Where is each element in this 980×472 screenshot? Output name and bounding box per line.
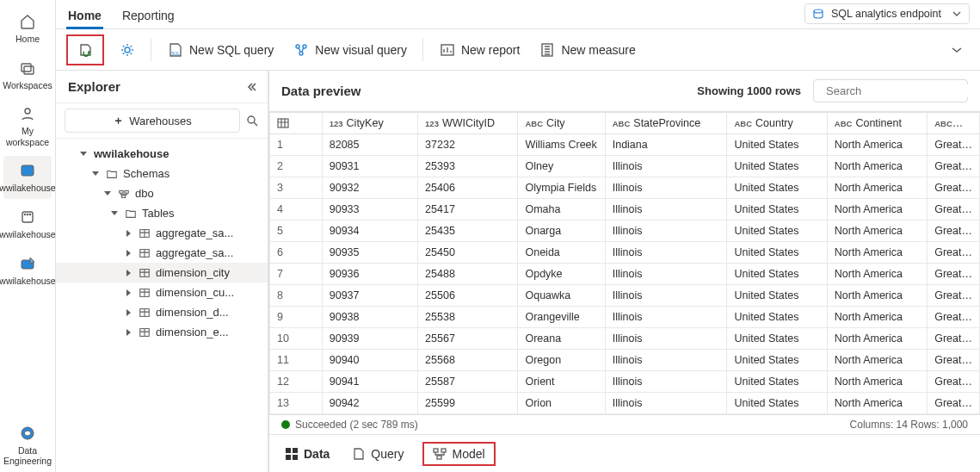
cell: North America <box>827 371 927 393</box>
cell: United States <box>727 242 827 264</box>
workspaces-icon <box>18 59 37 78</box>
tree-table-item[interactable]: aggregate_sa... <box>56 243 268 263</box>
settings-button[interactable] <box>116 39 139 61</box>
cell: 25506 <box>418 285 518 307</box>
cell: 12 <box>270 371 323 393</box>
tab-query[interactable]: Query <box>348 442 407 466</box>
tab-data[interactable]: Data <box>281 442 333 466</box>
tree-root[interactable]: wwilakehouse <box>56 144 268 164</box>
toolbar-more-button[interactable] <box>947 40 966 59</box>
cell: 25538 <box>418 307 518 328</box>
table-row[interactable]: 49093325417OmahaIllinoisUnited StatesNor… <box>270 199 980 220</box>
tree-table-item[interactable]: dimension_e... <box>56 322 268 342</box>
rail-wwilakehouse-1[interactable]: wwilakehouse <box>3 156 52 199</box>
cell: 6 <box>270 242 323 264</box>
home-icon <box>18 12 37 31</box>
cell: 2 <box>270 156 323 177</box>
rail-wwilakehouse-3[interactable]: wwilakehouse <box>3 249 52 292</box>
tab-data-label: Data <box>304 447 330 461</box>
cell: 25599 <box>418 393 518 414</box>
column-rownum[interactable] <box>270 113 323 134</box>
table-row[interactable]: 69093525450OneidaIllinoisUnited StatesNo… <box>270 242 980 264</box>
new-sql-query-button[interactable]: SQL New SQL query <box>163 38 277 62</box>
column-header[interactable]: ABCCity <box>518 113 605 134</box>
report-icon <box>439 41 456 59</box>
search-input[interactable] <box>826 84 971 97</box>
svg-point-10 <box>814 9 823 13</box>
cell: North America <box>827 307 927 328</box>
rail-home[interactable]: Home <box>3 7 52 50</box>
table-row[interactable]: 39093225406Olympia FieldsIllinoisUnited … <box>270 177 980 199</box>
refresh-button[interactable] <box>73 38 97 62</box>
endpoint-selector[interactable]: SQL analytics endpoint <box>804 3 970 24</box>
column-header[interactable]: 123WWICityID <box>418 113 518 134</box>
cell: Great La <box>928 307 980 328</box>
cell: North America <box>827 156 927 177</box>
new-visual-query-button[interactable]: New visual query <box>289 38 410 62</box>
cell: 90939 <box>322 328 417 350</box>
tab-reporting[interactable]: Reporting <box>120 3 176 28</box>
table-row[interactable]: 119094025568OregonIllinoisUnited StatesN… <box>270 350 980 371</box>
sql-file-icon: SQL <box>167 41 184 59</box>
warehouses-button[interactable]: ＋ Warehouses <box>65 109 240 133</box>
cell: United States <box>727 264 827 285</box>
table-row[interactable]: 89093725506OquawkaIllinoisUnited StatesN… <box>270 285 980 307</box>
collapse-explorer-button[interactable] <box>245 81 257 93</box>
refresh-icon <box>77 41 94 59</box>
column-header[interactable]: ABCCountry <box>727 113 827 134</box>
cell: 25450 <box>418 242 518 264</box>
cell: North America <box>827 199 927 220</box>
table-icon <box>139 307 151 319</box>
rail-my-workspace[interactable]: My workspace <box>3 99 52 152</box>
tree-table-item[interactable]: aggregate_sa... <box>56 223 268 243</box>
search-box[interactable] <box>813 79 968 102</box>
explorer-tree: wwilakehouse Schemas dbo Tables aggregat… <box>56 139 268 472</box>
cell: Illinois <box>605 285 727 307</box>
rail-workspaces[interactable]: Workspaces <box>3 53 52 96</box>
cell: United States <box>727 199 827 220</box>
table-row[interactable]: 129094125587OrientIllinoisUnited StatesN… <box>270 371 980 393</box>
tree-schemas[interactable]: Schemas <box>56 164 268 183</box>
column-header[interactable]: ABCSale <box>928 113 980 134</box>
chevron-double-left-icon <box>245 81 257 93</box>
table-row[interactable]: 109093925567OreanaIllinoisUnited StatesN… <box>270 328 980 350</box>
tree-table-item[interactable]: dimension_cu... <box>56 283 268 302</box>
new-measure-button[interactable]: New measure <box>535 38 638 62</box>
table-row[interactable]: 18208537232Williams CreekIndianaUnited S… <box>270 134 980 156</box>
cell: 10 <box>270 328 323 350</box>
cell: Oreana <box>518 328 605 350</box>
data-grid[interactable]: 123CityKey123WWICityIDABCCityABCStatePro… <box>269 112 980 414</box>
column-header[interactable]: ABCContinent <box>827 113 927 134</box>
cell: Great La <box>928 134 980 156</box>
tab-model-highlighted[interactable]: Model <box>422 442 495 466</box>
data-preview-title: Data preview <box>281 84 685 98</box>
data-preview-pane: Data preview Showing 1000 rows 123CityKe… <box>268 71 980 472</box>
lakehouse-sql-icon <box>18 254 37 273</box>
search-icon <box>245 114 259 127</box>
tree-dbo[interactable]: dbo <box>56 183 268 203</box>
svg-rect-32 <box>286 455 291 460</box>
new-report-button[interactable]: New report <box>435 38 523 62</box>
success-indicator-icon <box>281 420 290 429</box>
table-row[interactable]: 99093825538OrangevilleIllinoisUnited Sta… <box>270 307 980 328</box>
table-row[interactable]: 29093125393OlneyIllinoisUnited StatesNor… <box>270 156 980 177</box>
table-row[interactable]: 59093425435OnargaIllinoisUnited StatesNo… <box>270 220 980 242</box>
rail-wwilakehouse-2[interactable]: wwilakehouse <box>3 202 52 245</box>
explorer-search-button[interactable] <box>245 114 259 127</box>
column-header[interactable]: ABCStateProvince <box>605 113 727 134</box>
rail-data-engineering[interactable]: Data Engineering <box>3 419 52 472</box>
cell: Oneida <box>518 242 605 264</box>
column-header[interactable]: 123CityKey <box>322 113 417 134</box>
cell: Illinois <box>605 177 727 199</box>
svg-rect-30 <box>286 448 291 453</box>
table-icon <box>139 247 151 259</box>
tree-table-item[interactable]: dimension_city <box>56 263 268 283</box>
cell: 37232 <box>418 134 518 156</box>
measure-icon <box>539 41 556 59</box>
tree-table-item[interactable]: dimension_d... <box>56 302 268 322</box>
cell: Illinois <box>605 156 727 177</box>
table-row[interactable]: 79093625488OpdykeIllinoisUnited StatesNo… <box>270 264 980 285</box>
table-row[interactable]: 139094225599OrionIllinoisUnited StatesNo… <box>270 393 980 414</box>
tab-home[interactable]: Home <box>66 3 103 28</box>
tree-tables[interactable]: Tables <box>56 203 268 223</box>
